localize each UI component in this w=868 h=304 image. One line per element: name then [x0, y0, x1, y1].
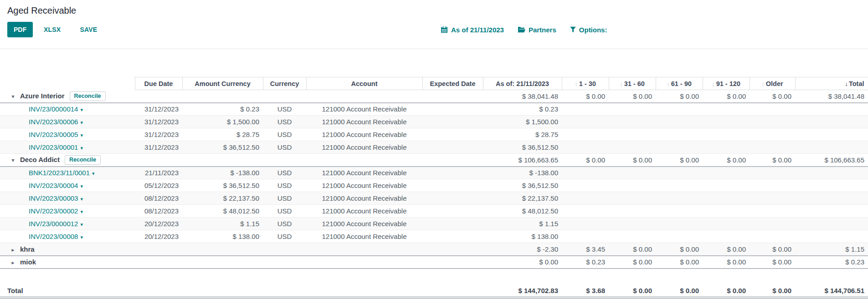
partners-filter-label: Partners	[529, 26, 556, 34]
caret-down-icon[interactable]: ▾	[80, 132, 83, 138]
partners-filter[interactable]: Partners	[518, 26, 556, 34]
partner-name[interactable]: Azure Interior	[20, 92, 65, 100]
partner-name[interactable]: miok	[20, 258, 36, 266]
currency-cell: USD	[263, 167, 306, 179]
header-label: 1 - 30	[579, 80, 596, 87]
move-link[interactable]: INV/23/0000014	[29, 105, 78, 113]
header-cell[interactable]: ↕Older	[750, 77, 795, 90]
d31-60-cell	[609, 141, 656, 154]
due-date-cell: 31/12/2023	[135, 103, 182, 116]
amount-currency-cell: $ 36,512.50	[182, 141, 263, 154]
move-line-row: INV/2023/00003▾08/12/2023$ 22,137.50USD1…	[0, 192, 868, 205]
sort-icon[interactable]: ↕	[620, 81, 623, 87]
total-amount-currency-cell	[182, 285, 263, 298]
expected-date-cell	[422, 90, 483, 103]
sort-icon[interactable]: ↕	[575, 81, 578, 87]
header-cell[interactable]: Due Date	[135, 77, 182, 90]
total-older-cell: $ 0.00	[750, 285, 795, 298]
caret-down-icon[interactable]: ▾	[80, 120, 83, 125]
header-label: 91 - 120	[716, 80, 740, 87]
name-cell: ▾Deco AddictReconcile	[0, 154, 135, 167]
move-link[interactable]: INV/2023/00003	[29, 194, 78, 202]
as-of-cell: $ 1,500.00	[483, 116, 562, 128]
options-filter[interactable]: Options:	[570, 26, 607, 34]
amount-currency-cell: $ 28.75	[182, 128, 263, 141]
header-cell[interactable]: ↕31 - 60	[609, 77, 656, 90]
pdf-button[interactable]: PDF	[7, 22, 33, 37]
d1-30-cell	[562, 205, 609, 218]
save-button[interactable]: SAVE	[77, 25, 100, 34]
move-link[interactable]: INV/2023/00005	[29, 131, 78, 138]
header-cell[interactable]: Amount Currency	[182, 77, 263, 90]
as-of-cell: $ 22,137.50	[483, 192, 562, 205]
older-cell	[750, 192, 795, 205]
caret-down-icon[interactable]: ▾	[80, 145, 83, 151]
header-cell[interactable]: ↕91 - 120	[703, 77, 750, 90]
move-link[interactable]: INV/2023/00008	[29, 233, 78, 240]
move-link[interactable]: INV/2023/00006	[29, 118, 78, 126]
sort-icon[interactable]: ↕	[712, 81, 715, 87]
older-cell: $ 0.00	[750, 256, 795, 269]
header-cell[interactable]: Currency	[263, 77, 306, 90]
header-label: 31 - 60	[624, 80, 645, 87]
amount-currency-cell: $ 138.00	[182, 230, 263, 243]
d61-90-cell	[656, 192, 703, 205]
caret-right-icon[interactable]: ▸	[10, 259, 16, 266]
move-link[interactable]: INV/2023/00002	[29, 207, 78, 215]
header-cell[interactable]: Expected Date	[422, 77, 483, 90]
header-label: Currency	[270, 80, 299, 87]
caret-down-icon[interactable]: ▾	[80, 234, 83, 240]
due-date-cell: 08/12/2023	[135, 192, 182, 205]
d31-60-cell	[609, 167, 656, 179]
total-as-of-cell: $ 144,702.83	[483, 285, 562, 298]
sort-icon[interactable]: ↕	[761, 81, 765, 87]
total-label: Total	[0, 285, 135, 298]
d1-30-cell	[562, 167, 609, 179]
account-cell: 121000 Account Receivable	[306, 128, 422, 141]
sort-desc-icon[interactable]: ↓	[845, 80, 848, 87]
caret-down-icon[interactable]: ▾	[80, 196, 83, 202]
header-cell[interactable]: ↓Total	[795, 77, 868, 90]
total-currency-cell	[263, 285, 306, 298]
older-cell	[750, 128, 795, 141]
caret-down-icon[interactable]: ▾	[80, 209, 83, 214]
older-cell	[750, 116, 795, 128]
caret-down-icon[interactable]: ▾	[80, 183, 83, 189]
caret-down-icon[interactable]: ▾	[80, 107, 83, 112]
move-link[interactable]: INV/2023/00001	[29, 143, 78, 151]
caret-down-icon[interactable]: ▾	[10, 157, 16, 163]
amount-currency-cell	[182, 256, 263, 269]
header-cell[interactable]: As of: 21/11/2023	[483, 77, 562, 90]
as-of-cell: $ 48,012.50	[483, 205, 562, 218]
header-label: Older	[766, 80, 783, 87]
currency-cell: USD	[263, 218, 306, 230]
reconcile-button[interactable]: Reconcile	[70, 91, 106, 101]
d31-60-cell	[609, 179, 656, 192]
amount-currency-cell	[182, 243, 263, 256]
sort-icon[interactable]: ↕	[667, 81, 670, 87]
date-filter[interactable]: As of 21/11/2023	[441, 26, 504, 34]
total-cell	[795, 179, 868, 192]
name-cell: INV/2023/00002▾	[0, 205, 135, 218]
header-cell[interactable]: ↕1 - 30	[562, 77, 609, 90]
header-cell[interactable]: Account	[306, 77, 422, 90]
caret-right-icon[interactable]: ▸	[10, 247, 16, 253]
currency-cell: USD	[263, 103, 306, 116]
header-cell[interactable]: ↕61 - 90	[656, 77, 703, 90]
caret-down-icon[interactable]: ▾	[92, 171, 95, 176]
partner-name[interactable]: Deco Addict	[20, 156, 60, 163]
account-cell	[306, 90, 422, 103]
move-link[interactable]: INV/2023/00004	[29, 182, 78, 189]
move-link[interactable]: BNK1/2023/11/0001	[29, 169, 90, 177]
currency-cell	[263, 256, 306, 269]
d91-120-cell	[703, 141, 750, 154]
reconcile-button[interactable]: Reconcile	[65, 155, 101, 165]
caret-down-icon[interactable]: ▾	[10, 93, 16, 100]
partner-name[interactable]: khra	[20, 245, 35, 253]
d1-30-cell	[562, 116, 609, 128]
xlsx-button[interactable]: XLSX	[41, 25, 63, 34]
move-link[interactable]: INV/23/0000012	[29, 220, 78, 228]
due-date-cell: 08/12/2023	[135, 205, 182, 218]
caret-down-icon[interactable]: ▾	[80, 222, 83, 227]
amount-currency-cell	[182, 90, 263, 103]
